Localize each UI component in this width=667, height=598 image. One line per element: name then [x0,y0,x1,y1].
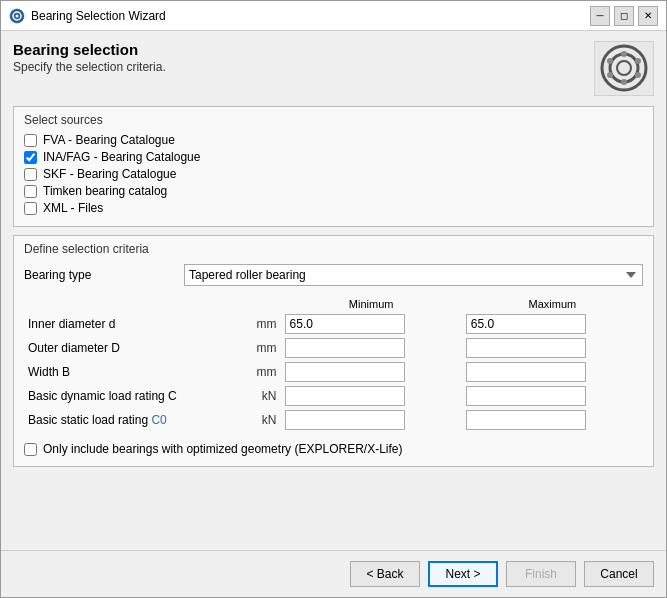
param-inner-d-unit: mm [251,312,281,336]
sources-section: Select sources FVA - Bearing Catalogue I… [13,106,654,227]
param-outer-d-min-cell [281,336,462,360]
param-width-min-cell [281,360,462,384]
param-static-c0-max-cell [462,408,643,432]
table-row: Basic static load rating C0 kN [24,408,643,432]
svg-point-9 [607,58,613,64]
source-skf-label: SKF - Bearing Catalogue [43,167,176,181]
source-timken-row: Timken bearing catalog [24,184,643,198]
optimized-label: Only include bearings with optimized geo… [43,442,402,456]
source-skf-checkbox[interactable] [24,168,37,181]
source-xml-row: XML - Files [24,201,643,215]
param-dynamic-c-max-input[interactable] [466,386,586,406]
param-static-c0-label: Basic static load rating C0 [24,408,251,432]
param-outer-d-max-input[interactable] [466,338,586,358]
param-outer-d-unit: mm [251,336,281,360]
param-inner-d-min-input[interactable] [285,314,405,334]
table-row: Inner diameter d mm [24,312,643,336]
source-ina-label: INA/FAG - Bearing Catalogue [43,150,200,164]
main-content: Bearing selection Specify the selection … [1,31,666,550]
param-inner-d-max-cell [462,312,643,336]
param-width-unit: mm [251,360,281,384]
param-static-c0-min-cell [281,408,462,432]
params-table: Minimum Maximum Inner diameter d mm [24,296,643,432]
cancel-button[interactable]: Cancel [584,561,654,587]
source-timken-label: Timken bearing catalog [43,184,167,198]
svg-point-2 [16,14,19,17]
svg-point-12 [635,72,641,78]
criteria-section: Define selection criteria Bearing type T… [13,235,654,467]
back-button[interactable]: < Back [350,561,420,587]
col-max-header: Maximum [462,296,643,312]
svg-point-7 [621,51,627,57]
source-timken-checkbox[interactable] [24,185,37,198]
bearing-type-select[interactable]: Tapered roller bearing Ball bearing Roll… [184,264,643,286]
title-bar: Bearing Selection Wizard ─ ◻ ✕ [1,1,666,31]
param-width-max-input[interactable] [466,362,586,382]
param-inner-d-min-cell [281,312,462,336]
param-inner-d-label: Inner diameter d [24,312,251,336]
param-width-min-input[interactable] [285,362,405,382]
app-icon [9,8,25,24]
svg-point-11 [607,72,613,78]
main-window: Bearing Selection Wizard ─ ◻ ✕ Bearing s… [0,0,667,598]
source-fva-label: FVA - Bearing Catalogue [43,133,175,147]
param-dynamic-c-min-cell [281,384,462,408]
param-outer-d-label: Outer diameter D [24,336,251,360]
bearing-image [594,41,654,96]
page-subtitle: Specify the selection criteria. [13,60,166,74]
source-skf-row: SKF - Bearing Catalogue [24,167,643,181]
param-outer-d-max-cell [462,336,643,360]
optimized-row: Only include bearings with optimized geo… [24,442,643,456]
finish-button[interactable]: Finish [506,561,576,587]
close-button[interactable]: ✕ [638,6,658,26]
source-fva-checkbox[interactable] [24,134,37,147]
title-bar-controls: ─ ◻ ✕ [590,6,658,26]
optimized-checkbox[interactable] [24,443,37,456]
svg-point-10 [635,58,641,64]
param-dynamic-c-label: Basic dynamic load rating C [24,384,251,408]
footer: < Back Next > Finish Cancel [1,551,666,597]
page-header: Bearing selection Specify the selection … [13,41,654,96]
table-row: Basic dynamic load rating C kN [24,384,643,408]
param-static-c0-max-input[interactable] [466,410,586,430]
param-static-c0-min-input[interactable] [285,410,405,430]
title-bar-text: Bearing Selection Wizard [31,9,590,23]
source-xml-label: XML - Files [43,201,103,215]
svg-point-8 [621,79,627,85]
col-min-header: Minimum [281,296,462,312]
param-dynamic-c-min-input[interactable] [285,386,405,406]
param-static-c0-unit: kN [251,408,281,432]
criteria-label: Define selection criteria [24,242,643,256]
table-row: Outer diameter D mm [24,336,643,360]
sources-label: Select sources [24,113,643,127]
bearing-type-row: Bearing type Tapered roller bearing Ball… [24,264,643,286]
bearing-type-label: Bearing type [24,268,184,282]
param-dynamic-c-max-cell [462,384,643,408]
source-xml-checkbox[interactable] [24,202,37,215]
table-row: Width B mm [24,360,643,384]
param-dynamic-c-unit: kN [251,384,281,408]
source-ina-checkbox[interactable] [24,151,37,164]
header-left: Bearing selection Specify the selection … [13,41,166,74]
next-button[interactable]: Next > [428,561,498,587]
source-fva-row: FVA - Bearing Catalogue [24,133,643,147]
param-width-label: Width B [24,360,251,384]
page-title: Bearing selection [13,41,166,58]
maximize-button[interactable]: ◻ [614,6,634,26]
minimize-button[interactable]: ─ [590,6,610,26]
param-width-max-cell [462,360,643,384]
source-ina-row: INA/FAG - Bearing Catalogue [24,150,643,164]
param-inner-d-max-input[interactable] [466,314,586,334]
param-outer-d-min-input[interactable] [285,338,405,358]
